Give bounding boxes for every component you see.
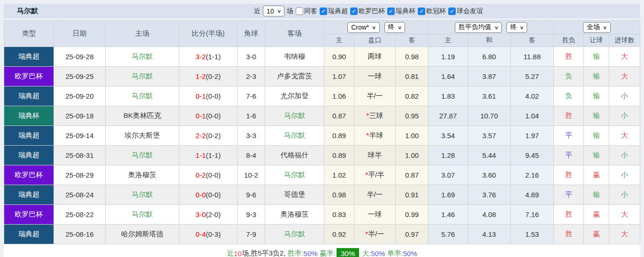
handicap-line: 球半 <box>368 151 382 159</box>
away-team: 卢多戈雷茨 <box>277 72 312 80</box>
header-type: 类型 <box>4 21 54 47</box>
odds-away: 1.00 <box>396 146 429 165</box>
odds-home: 0.83 <box>324 205 354 225</box>
filter-controls: 近 10 ∨ 场 同客 瑞典超 欧罗巴杯 瑞典杯 欧冠杯 球会友谊 <box>254 6 483 16</box>
odds-away: 0.98 <box>396 47 429 67</box>
handicap-cell: *三球 <box>354 106 396 126</box>
goals-value: 大 <box>621 72 628 80</box>
avg-home: 3.07 <box>429 165 468 185</box>
team-toolbar: 马尔默 近 10 ∨ 场 同客 瑞典超 欧罗巴杯 瑞典杯 欧冠杯 球 <box>4 4 640 18</box>
recent-count-select[interactable]: 10 ∨ <box>263 6 284 16</box>
away-team: 代格福什 <box>281 151 309 159</box>
handicap-cell: 球半 <box>354 146 396 165</box>
europe-time-select[interactable]: 终 ∨ <box>506 22 527 33</box>
recent-label: 近 <box>254 7 261 16</box>
odds-home: 1.06 <box>324 86 354 106</box>
scope-select[interactable]: 全场 ∨ <box>583 22 610 33</box>
avg-home: 1.19 <box>429 47 468 67</box>
league-badge: 瑞典超 <box>4 185 54 204</box>
handicap-cell: 两球 <box>354 47 396 67</box>
away-team: 哥德堡 <box>284 190 305 198</box>
subheader-odds-away: 客 <box>396 34 429 47</box>
goals-cell: 大 <box>609 47 640 67</box>
summary-segment: 近 <box>227 249 234 257</box>
chevron-down-icon: ∨ <box>520 25 524 30</box>
goals-value: 小 <box>621 92 628 100</box>
recent-count-value: 10 <box>267 8 274 15</box>
home-team-cell: 马尔默 <box>106 205 179 225</box>
league-badge: 欧罗巴杯 <box>4 67 54 86</box>
league-cell: 瑞典杯 <box>4 106 54 126</box>
subheader-result: 胜负 <box>554 34 584 47</box>
full-time-score: 0-1 <box>196 112 206 120</box>
give-cell: 输 <box>584 185 609 205</box>
friendly-checkbox[interactable] <box>448 8 456 15</box>
match-date: 25-08-29 <box>54 165 106 185</box>
avg-home: 1.64 <box>429 67 468 86</box>
europa-checkbox[interactable] <box>350 8 358 15</box>
handicap-cell: *半/一 <box>354 225 396 244</box>
odds-company-select[interactable]: Crow* ∨ <box>347 22 379 33</box>
match-date: 25-08-22 <box>54 205 106 225</box>
give-value: 赢 <box>593 230 600 238</box>
home-team: BK奥林匹克 <box>123 111 161 119</box>
chevron-down-icon: ∨ <box>372 25 376 30</box>
avg-away: 4.02 <box>511 86 554 106</box>
away-team-cell: 马尔默 <box>265 106 324 126</box>
avg-draw: 4.08 <box>468 205 511 225</box>
corner-score: 10-2 <box>238 165 265 185</box>
away-team-cell: 马尔默 <box>265 165 324 185</box>
full-time-score: 0-2 <box>196 171 206 179</box>
goals-cell: 大 <box>609 126 640 146</box>
champions-checkbox[interactable] <box>418 8 425 15</box>
give-value: 输 <box>593 72 600 80</box>
handicap-line: 半球 <box>369 131 383 139</box>
result-cell: 平 <box>554 185 584 205</box>
europe-odds-select[interactable]: 胜平负均值 ∨ <box>455 22 502 33</box>
goals-cell: 小 <box>609 106 640 126</box>
odds-away: 0.95 <box>396 106 429 126</box>
give-value: 输 <box>593 151 600 159</box>
swe-super-checkbox[interactable] <box>320 8 327 15</box>
table-row: 瑞典超 25-08-24 马尔默 0-0(0-0) 9-6 哥德堡 0.98 半… <box>4 185 640 205</box>
give-value: 输 <box>593 111 600 119</box>
odds-time-select[interactable]: 终 ∨ <box>384 22 405 33</box>
header-europe-group: 胜平负均值 ∨ 终 ∨ <box>429 21 554 34</box>
result-cell: 负 <box>554 67 584 86</box>
away-team-cell: 卢多戈雷茨 <box>265 67 324 86</box>
filter-friendly: 球会友谊 <box>448 7 483 16</box>
away-team-cell: 马尔默 <box>265 126 324 146</box>
home-team: 哈尔姆斯塔德 <box>121 230 163 238</box>
away-team: 马尔默 <box>284 111 305 119</box>
odds-away: 0.81 <box>396 67 429 86</box>
result-value: 平 <box>565 151 572 159</box>
result-value: 负 <box>565 72 572 80</box>
give-cell: 输 <box>584 126 609 146</box>
table-row: 欧罗巴杯 25-09-25 马尔默 1-2(0-2) 2-3 卢多戈雷茨 1.0… <box>4 67 640 86</box>
score-cell: 0-2(0-0) <box>179 165 238 185</box>
half-time-score: (2-0) <box>206 210 221 218</box>
subheader-avg-home: 主 <box>429 34 468 47</box>
league-cell: 瑞典超 <box>4 86 54 106</box>
result-cell: 胜 <box>554 106 584 126</box>
handicap-line: 一球 <box>368 210 382 218</box>
avg-away: 1.97 <box>511 126 554 146</box>
table-row: 瑞典超 25-08-31 马尔默 1-1(1-1) 8-4 代格福什 0.89 … <box>4 146 640 165</box>
goals-value: 大 <box>621 52 628 60</box>
same-venue-checkbox[interactable] <box>296 8 303 15</box>
summary-segment: 50% <box>304 249 318 257</box>
league-cell: 瑞典超 <box>4 225 54 244</box>
odds-away: 0.87 <box>396 165 429 185</box>
result-cell: 平 <box>554 146 584 165</box>
filter-same-venue: 同客 <box>296 7 317 16</box>
chevron-down-icon: ∨ <box>397 25 402 30</box>
goals-cell: 小 <box>609 146 640 165</box>
avg-home: 1.69 <box>429 185 468 205</box>
swe-cup-checkbox[interactable] <box>387 8 395 15</box>
avg-away: 11.88 <box>511 47 554 67</box>
give-cell: 输 <box>584 146 609 165</box>
scope-value: 全场 <box>587 23 600 31</box>
give-cell: 赢 <box>584 225 609 244</box>
half-time-score: (0-0) <box>206 171 221 179</box>
summary-segment: 场,胜5平3负2, <box>242 249 288 257</box>
